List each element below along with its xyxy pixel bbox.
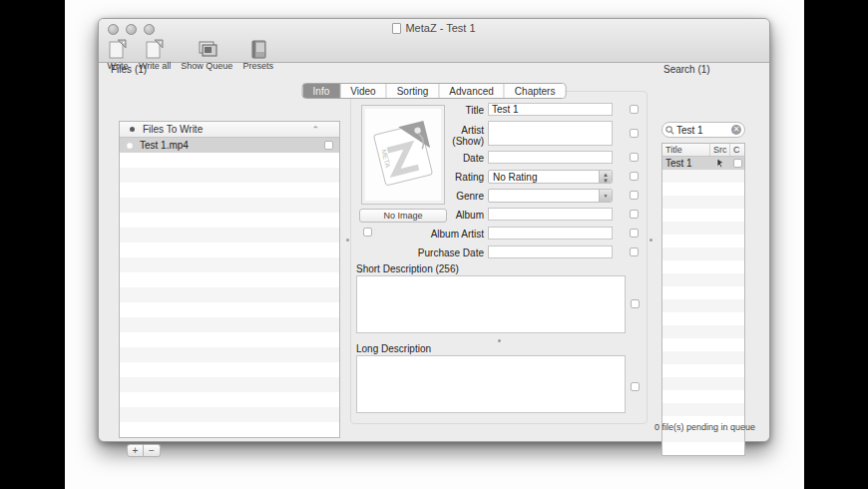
left-splitter-handle[interactable] — [346, 239, 349, 242]
genre-combo[interactable]: ▼ — [488, 189, 613, 203]
column-src[interactable]: Src — [710, 144, 730, 156]
empty-row — [662, 403, 744, 416]
show-queue-icon — [196, 39, 217, 60]
empty-row — [662, 209, 744, 222]
empty-row — [662, 377, 744, 390]
search-field[interactable]: ✕ — [661, 122, 745, 138]
album-label: Album — [408, 210, 484, 221]
search-results-table: Title Src C Test 1 — [661, 143, 745, 456]
pillarbox-left — [0, 0, 65, 489]
result-source-icon — [710, 159, 730, 168]
title-input[interactable] — [488, 103, 613, 116]
empty-row — [120, 243, 339, 257]
metaz-window: MetaZ - Test 1 Write — [98, 18, 770, 442]
empty-row — [662, 364, 744, 377]
sort-ascending-icon: ⌃ — [311, 125, 319, 135]
search-panel-title: Search (1) — [663, 64, 710, 75]
empty-row — [662, 196, 744, 209]
search-table-header[interactable]: Title Src C — [662, 144, 744, 157]
empty-row — [662, 390, 744, 403]
title-label: Title — [408, 105, 484, 116]
files-list-body: Test 1.mp4 — [120, 138, 339, 437]
search-input[interactable] — [676, 125, 731, 136]
empty-row — [662, 338, 744, 351]
date-label: Date — [408, 153, 484, 164]
purchase-date-input[interactable] — [488, 245, 613, 258]
empty-row — [120, 213, 339, 228]
window-chrome: MetaZ - Test 1 Write — [99, 19, 769, 63]
info-tab-panel: META No Image Title Artist(Show) Date — [350, 91, 648, 424]
empty-row — [662, 273, 744, 286]
rating-checkbox[interactable] — [630, 172, 639, 181]
album-artist-input[interactable] — [488, 227, 613, 240]
tab-bar: Info Video Sorting Advanced Chapters — [302, 83, 567, 99]
result-title: Test 1 — [662, 158, 710, 169]
empty-row — [662, 170, 744, 183]
tab-video[interactable]: Video — [340, 84, 386, 98]
file-name: Test 1.mp4 — [140, 140, 189, 151]
artist-checkbox[interactable] — [630, 129, 639, 138]
album-artist-checkbox[interactable] — [630, 229, 639, 238]
tab-advanced[interactable]: Advanced — [439, 84, 504, 98]
date-input[interactable] — [488, 151, 613, 164]
artist-input[interactable] — [488, 121, 613, 146]
empty-row — [662, 183, 744, 196]
result-checkbox[interactable] — [733, 159, 742, 168]
column-title[interactable]: Title — [662, 144, 710, 156]
file-write-checkbox[interactable] — [324, 141, 333, 150]
file-row[interactable]: Test 1.mp4 — [120, 138, 339, 153]
column-c[interactable]: C — [730, 144, 744, 156]
album-input[interactable] — [488, 208, 613, 221]
files-list-header[interactable]: Files To Write ⌃ — [120, 122, 339, 138]
album-checkbox[interactable] — [630, 210, 639, 219]
empty-row — [120, 407, 339, 422]
status-dot-icon — [130, 127, 135, 132]
tab-chapters[interactable]: Chapters — [505, 84, 566, 98]
tab-info[interactable]: Info — [303, 84, 341, 98]
titlebar[interactable]: MetaZ - Test 1 — [99, 19, 769, 38]
rating-value: No Rating — [493, 172, 537, 183]
right-splitter-handle[interactable] — [650, 239, 652, 242]
artwork-checkbox[interactable] — [363, 228, 372, 237]
presets-icon — [247, 39, 269, 60]
write-all-icon — [144, 39, 166, 60]
stage: MetaZ - Test 1 Write — [0, 0, 868, 489]
long-description-input[interactable] — [356, 355, 626, 413]
description-splitter-handle[interactable] — [498, 339, 501, 342]
empty-row — [120, 302, 339, 317]
empty-row — [662, 247, 744, 260]
empty-row — [662, 325, 744, 338]
date-checkbox[interactable] — [630, 153, 639, 162]
empty-row — [120, 183, 339, 198]
purchase-date-checkbox[interactable] — [630, 247, 639, 256]
files-header-label: Files To Write — [143, 124, 203, 135]
files-list: Files To Write ⌃ Test 1.mp4 — [119, 121, 340, 438]
pillarbox-right — [804, 0, 868, 489]
empty-row — [120, 228, 339, 243]
purchase-date-label: Purchase Date — [408, 247, 484, 258]
empty-row — [120, 392, 339, 407]
genre-checkbox[interactable] — [630, 191, 639, 200]
empty-row — [662, 260, 744, 273]
genre-label: Genre — [408, 191, 484, 202]
remove-file-button[interactable]: − — [144, 444, 161, 457]
empty-row — [120, 347, 339, 362]
search-result-row[interactable]: Test 1 — [662, 157, 744, 170]
document-icon — [392, 23, 401, 34]
empty-row — [120, 422, 339, 437]
short-description-checkbox[interactable] — [631, 299, 640, 308]
short-description-label: Short Description (256) — [356, 263, 459, 274]
empty-row — [662, 235, 744, 247]
short-description-input[interactable] — [356, 275, 626, 333]
empty-row — [662, 312, 744, 325]
clear-search-icon[interactable]: ✕ — [731, 125, 741, 135]
queue-status: 0 file(s) pending in queue — [654, 422, 755, 432]
long-description-checkbox[interactable] — [631, 382, 640, 391]
empty-row — [120, 168, 339, 183]
title-checkbox[interactable] — [630, 105, 639, 114]
artist-label: Artist(Show) — [408, 125, 484, 147]
rating-popup[interactable]: No Rating ▲▼ — [488, 170, 613, 184]
add-file-button[interactable]: + — [127, 444, 144, 457]
tab-sorting[interactable]: Sorting — [387, 84, 440, 98]
write-icon — [107, 39, 129, 60]
